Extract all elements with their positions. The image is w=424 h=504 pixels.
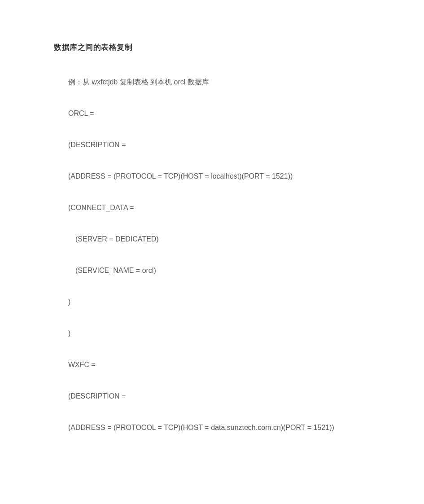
text-line: (DESCRIPTION =	[54, 140, 370, 150]
text-line: )	[54, 328, 370, 339]
text-line: (ADDRESS = (PROTOCOL = TCP)(HOST = local…	[54, 171, 370, 182]
text-line: 例：从 wxfctjdb 复制表格 到本机 orcl 数据库	[54, 77, 370, 88]
text-line: ORCL =	[54, 108, 370, 119]
text-line: )	[54, 297, 370, 307]
text-line: WXFC =	[54, 359, 370, 370]
text-line: (ADDRESS = (PROTOCOL = TCP)(HOST = data.…	[54, 422, 370, 433]
document-page: 数据库之间的表格复制 例：从 wxfctjdb 复制表格 到本机 orcl 数据…	[0, 0, 424, 481]
text-line: (SERVER = DEDICATED)	[54, 234, 370, 245]
text-line: (DESCRIPTION =	[54, 391, 370, 402]
document-title: 数据库之间的表格复制	[54, 43, 370, 53]
text-line: (CONNECT_DATA =	[54, 202, 370, 213]
text-line: (SERVICE_NAME = orcl)	[54, 265, 370, 276]
